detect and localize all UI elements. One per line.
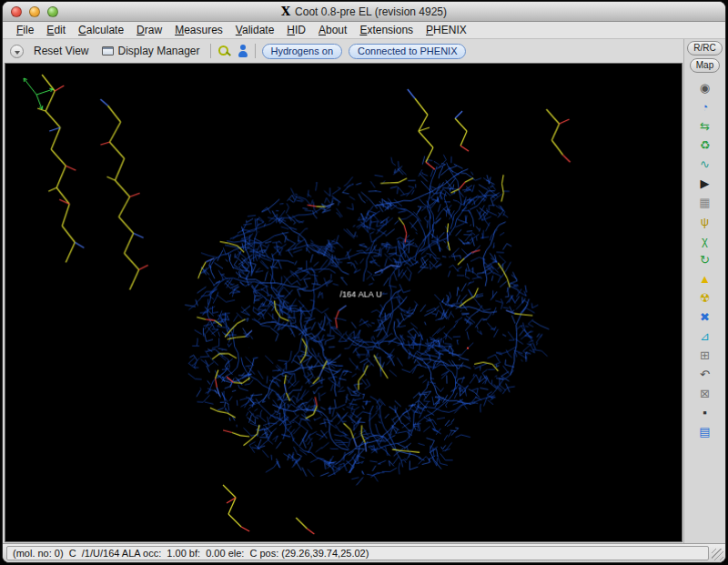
undo-icon[interactable]: ↶	[693, 365, 717, 384]
close-button[interactable]	[11, 6, 22, 17]
person-icon[interactable]	[238, 45, 248, 58]
content-area: Reset View Display Manager Hydrogens on …	[3, 39, 725, 543]
side-icon-stack: ◉◔⇆♻∿▶▦ψχ↻▲☢✖⊿⊞↶⊠▪▤	[693, 78, 717, 441]
key-icon[interactable]	[217, 45, 231, 58]
menu-measures[interactable]: Measures	[168, 23, 229, 37]
menubar: File Edit Calculate Draw Measures Valida…	[3, 22, 725, 39]
toolbar-overflow-button[interactable]	[10, 45, 24, 58]
swap-view-icon[interactable]: ⇆	[693, 116, 717, 136]
reset-view-button[interactable]: Reset View	[30, 43, 92, 59]
hydrogens-toggle-button[interactable]: Hydrogens on	[262, 44, 343, 59]
grid-icon[interactable]: ▦	[693, 193, 717, 212]
psi-icon[interactable]: ψ	[693, 212, 717, 231]
menu-edit[interactable]: Edit	[40, 23, 72, 37]
x11-icon: X	[281, 5, 290, 18]
menu-file[interactable]: File	[10, 23, 40, 37]
traffic-lights	[11, 6, 58, 17]
rotate-bond-icon[interactable]: ↻	[693, 250, 717, 269]
gl-canvas[interactable]	[5, 64, 682, 541]
warning-triangle-icon[interactable]: ▲	[693, 269, 717, 288]
toolbar-separator	[210, 44, 211, 58]
delete-x-icon[interactable]: ✖	[693, 308, 717, 327]
resize-grip[interactable]	[712, 549, 723, 560]
phenix-connection-button[interactable]: Connected to PHENIX	[349, 44, 466, 59]
add-icon[interactable]: ⊞	[693, 346, 717, 365]
display-manager-label: Display Manager	[117, 45, 199, 57]
menu-about[interactable]: About	[312, 23, 353, 37]
status-text: (mol. no: 0) C /1/U/164 ALA occ: 1.00 bf…	[6, 546, 709, 560]
clock-icon[interactable]: ◔	[693, 97, 717, 116]
map-button[interactable]: Map	[690, 58, 720, 73]
display-color-icon[interactable]: ▤	[693, 422, 717, 441]
minimize-button[interactable]	[29, 6, 40, 17]
gl-viewport	[5, 63, 682, 542]
menu-extensions[interactable]: Extensions	[353, 23, 420, 37]
menu-validate[interactable]: Validate	[229, 23, 281, 37]
toolbar-separator	[255, 44, 256, 58]
pick-icon[interactable]: ◉	[693, 78, 717, 97]
right-toolbar-panel: R/RC Map ◉◔⇆♻∿▶▦ψχ↻▲☢✖⊿⊞↶⊠▪▤	[683, 39, 725, 543]
titlebar[interactable]: X Coot 0.8-pre EL (revision 4925)	[3, 2, 725, 22]
recycle-refine-icon[interactable]: ♻	[693, 136, 717, 155]
coot-window: X Coot 0.8-pre EL (revision 4925) File E…	[2, 1, 726, 563]
statusbar: (mol. no: 0) C /1/U/164 ALA occ: 1.00 bf…	[3, 543, 725, 562]
reset-view-label: Reset View	[34, 45, 88, 57]
zoom-button[interactable]	[47, 6, 58, 17]
radioactive-icon[interactable]: ☢	[693, 288, 717, 308]
window-title: X Coot 0.8-pre EL (revision 4925)	[281, 5, 447, 18]
rrc-button[interactable]: R/RC	[687, 41, 722, 55]
main-column: Reset View Display Manager Hydrogens on …	[3, 39, 683, 543]
display-manager-button[interactable]: Display Manager	[98, 43, 203, 59]
play-icon[interactable]: ▶	[693, 174, 717, 193]
toolbar: Reset View Display Manager Hydrogens on …	[3, 39, 683, 63]
menu-draw[interactable]: Draw	[130, 23, 168, 37]
chi-angles-icon[interactable]: χ	[693, 231, 717, 250]
clear-icon[interactable]: ⊠	[693, 384, 717, 403]
display-manager-icon	[102, 46, 114, 55]
wave-icon[interactable]: ∿	[693, 155, 717, 174]
dark-square-icon[interactable]: ▪	[693, 403, 717, 422]
menu-hid[interactable]: HID	[280, 23, 312, 37]
menu-phenix[interactable]: PHENIX	[420, 23, 473, 37]
window-title-text: Coot 0.8-pre EL (revision 4925)	[295, 5, 447, 18]
menu-calculate[interactable]: Calculate	[72, 23, 130, 37]
prism-icon[interactable]: ⊿	[693, 327, 717, 346]
